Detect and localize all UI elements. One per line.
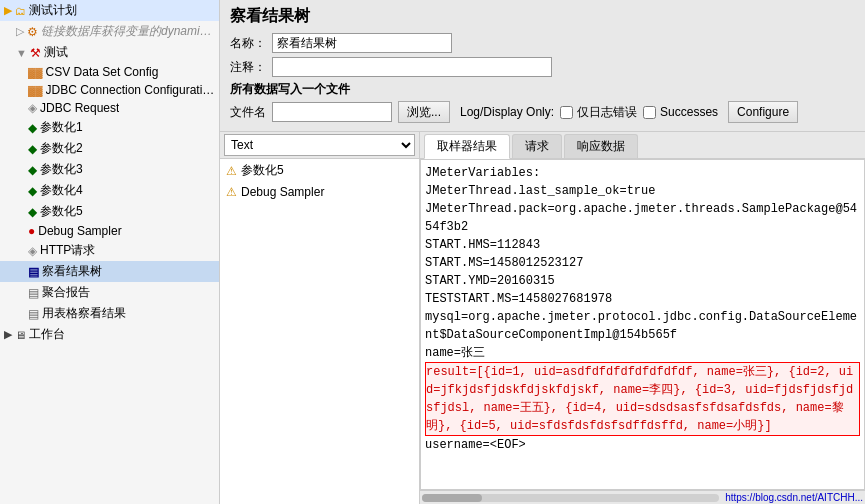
browse-button[interactable]: 浏览... (398, 101, 450, 123)
csv-icon: ▓▓ (28, 67, 43, 78)
hammer-icon2: ⚒ (30, 46, 41, 60)
section-write: 所有数据写入一个文件 (230, 81, 855, 98)
param-icon5: ◆ (28, 205, 37, 219)
http-icon: ◈ (28, 244, 37, 258)
result-line-2: JMeterThread.last_sample_ok=true (425, 182, 860, 200)
sidebar-label: CSV Data Set Config (46, 65, 159, 79)
param-icon: ◆ (28, 121, 37, 135)
sidebar-label: 参数化4 (40, 182, 83, 199)
successes-label: Successes (660, 105, 718, 119)
sidebar-item-view-tree[interactable]: ▤ 察看结果树 (0, 261, 219, 282)
name-input[interactable] (272, 33, 452, 53)
sidebar-label: JDBC Request (40, 101, 119, 115)
result-content: JMeterVariables: JMeterThread.last_sampl… (420, 159, 865, 490)
sidebar-item-chain[interactable]: ▷ ⚙ 链接数据库获得变量的dynamic… (0, 21, 219, 42)
scrollbar-track (422, 494, 719, 502)
text-dropdown-bar: Text RegExp Tester CSS/JQuery Tester XPa… (220, 132, 419, 159)
main-panel: 察看结果树 名称： 注释： 所有数据写入一个文件 文件名 浏览... Log/D… (220, 0, 865, 504)
result-line-7: TESTSTART.MS=1458027681978 (425, 290, 860, 308)
scrollbar-thumb (422, 494, 482, 502)
text-dropdown[interactable]: Text RegExp Tester CSS/JQuery Tester XPa… (224, 134, 415, 156)
sidebar-label: 参数化3 (40, 161, 83, 178)
debug-icon: ● (28, 224, 35, 238)
name-row: 名称： (230, 33, 855, 53)
result-line-3: JMeterThread.pack=org.apache.jmeter.thre… (425, 200, 860, 236)
triangle-icon: ▷ (16, 25, 24, 38)
sidebar-item-param5[interactable]: ◆ 参数化5 (0, 201, 219, 222)
comment-input[interactable] (272, 57, 552, 77)
plan-icon: 🗂 (15, 5, 26, 17)
file-input[interactable] (272, 102, 392, 122)
tree-item-param5[interactable]: ⚠ 参数化5 (220, 159, 419, 182)
sidebar-item-csv[interactable]: ▓▓ CSV Data Set Config (0, 63, 219, 81)
successes-row: Successes (643, 105, 718, 119)
sidebar: ▶ 🗂 测试计划 ▷ ⚙ 链接数据库获得变量的dynamic… ▼ ⚒ 测试 ▓… (0, 0, 220, 504)
tab-request[interactable]: 请求 (512, 134, 562, 158)
file-label: 文件名 (230, 104, 266, 121)
tree-item-debug[interactable]: ⚠ Debug Sampler (220, 182, 419, 202)
result-line-10: result=[{id=1, uid=asdfdfdfdfdfdfdfdf, n… (425, 362, 860, 436)
content-area: Text RegExp Tester CSS/JQuery Tester XPa… (220, 132, 865, 504)
result-line-9: name=张三 (425, 344, 860, 362)
errors-only-row: 仅日志错误 (560, 104, 637, 121)
tab-sampler-result[interactable]: 取样器结果 (424, 134, 510, 159)
comment-label: 注释： (230, 59, 266, 76)
tree-item-label2: Debug Sampler (241, 185, 324, 199)
comment-row: 注释： (230, 57, 855, 77)
successes-checkbox[interactable] (643, 106, 656, 119)
param-icon3: ◆ (28, 163, 37, 177)
horizontal-scrollbar[interactable]: https://blog.csdn.net/AITCHH... (420, 490, 865, 504)
tab-bar: 取样器结果 请求 响应数据 (420, 132, 865, 159)
sidebar-label: JDBC Connection Configurati… (46, 83, 215, 97)
name-label: 名称： (230, 35, 266, 52)
sidebar-item-workbench[interactable]: ▶ 🖥 工作台 (0, 324, 219, 345)
page-title: 察看结果树 (230, 6, 855, 27)
log-display-label: Log/Display Only: (460, 105, 554, 119)
sidebar-label: 参数化2 (40, 140, 83, 157)
sidebar-label: 用表格察看结果 (42, 305, 126, 322)
tree-items-panel: ⚠ 参数化5 ⚠ Debug Sampler (220, 159, 419, 504)
sidebar-item-param2[interactable]: ◆ 参数化2 (0, 138, 219, 159)
result-line-8: mysql=org.apache.jmeter.protocol.jdbc.co… (425, 308, 860, 344)
result-panel: 取样器结果 请求 响应数据 JMeterVariables: JMeterThr… (420, 132, 865, 504)
wb-icon2: 🖥 (15, 329, 26, 341)
sidebar-item-param4[interactable]: ◆ 参数化4 (0, 180, 219, 201)
sidebar-label: 聚合报告 (42, 284, 90, 301)
param-icon2: ◆ (28, 142, 37, 156)
sidebar-item-param1[interactable]: ◆ 参数化1 (0, 117, 219, 138)
sidebar-label: 参数化5 (40, 203, 83, 220)
errors-only-checkbox[interactable] (560, 106, 573, 119)
sidebar-label: Debug Sampler (38, 224, 121, 238)
blog-url: https://blog.csdn.net/AITCHH... (725, 492, 863, 503)
sidebar-item-test-plan[interactable]: ▶ 🗂 测试计划 (0, 0, 219, 21)
sidebar-item-jdbc-conn[interactable]: ▓▓ JDBC Connection Configurati… (0, 81, 219, 99)
configure-button[interactable]: Configure (728, 101, 798, 123)
jdbc-icon: ▓▓ (28, 85, 43, 96)
sidebar-label: 测试 (44, 44, 68, 61)
warning-icon2: ⚠ (226, 185, 237, 199)
sidebar-item-test[interactable]: ▼ ⚒ 测试 (0, 42, 219, 63)
result-line-5: START.MS=1458012523127 (425, 254, 860, 272)
sidebar-label: 测试计划 (29, 2, 77, 19)
sidebar-item-param3[interactable]: ◆ 参数化3 (0, 159, 219, 180)
folder-icon: ▶ (4, 4, 12, 17)
param-icon4: ◆ (28, 184, 37, 198)
sidebar-item-jdbc-req[interactable]: ◈ JDBC Request (0, 99, 219, 117)
req-icon: ◈ (28, 101, 37, 115)
user-icon: ▤ (28, 307, 39, 321)
tree-icon: ▤ (28, 265, 39, 279)
text-panel: Text RegExp Tester CSS/JQuery Tester XPa… (220, 132, 420, 504)
sidebar-item-aggregate[interactable]: ▤ 聚合报告 (0, 282, 219, 303)
tab-response-data[interactable]: 响应数据 (564, 134, 638, 158)
sidebar-item-debug[interactable]: ● Debug Sampler (0, 222, 219, 240)
tree-item-label: 参数化5 (241, 162, 284, 179)
sidebar-label: 参数化1 (40, 119, 83, 136)
warning-icon: ⚠ (226, 164, 237, 178)
sidebar-label: 工作台 (29, 326, 65, 343)
wb-icon: ▶ (4, 328, 12, 341)
file-row: 文件名 浏览... Log/Display Only: 仅日志错误 Succes… (230, 101, 855, 123)
result-line-1: JMeterVariables: (425, 164, 860, 182)
sidebar-item-http[interactable]: ◈ HTTP请求 (0, 240, 219, 261)
panel-header: 察看结果树 名称： 注释： 所有数据写入一个文件 文件名 浏览... Log/D… (220, 0, 865, 132)
sidebar-item-user-param[interactable]: ▤ 用表格察看结果 (0, 303, 219, 324)
